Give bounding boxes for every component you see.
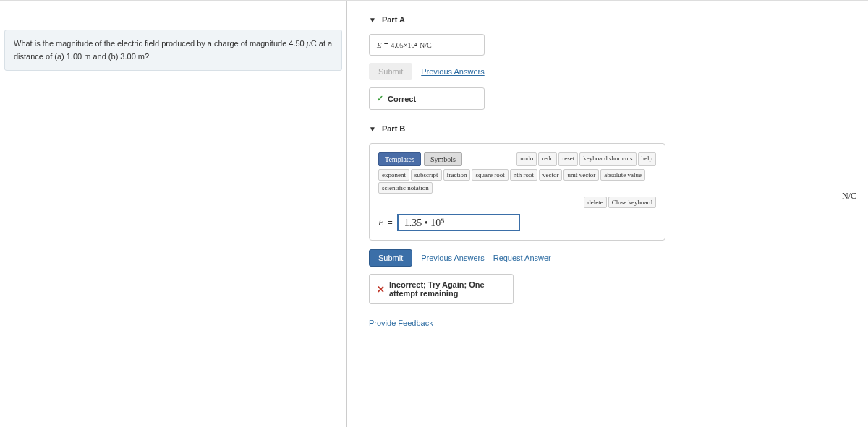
incorrect-status: ✕ Incorrect; Try Again; One attempt rema… <box>369 274 514 304</box>
left-panel: What is the magnitude of the electric fi… <box>0 1 347 427</box>
unit-label: N/C <box>842 191 862 202</box>
editor-tabs-row: Templates Symbols undo redo reset keyboa… <box>378 152 656 166</box>
right-panel: ▼ Part A E = 4.05×10⁴ N/C Submit Previou… <box>347 1 868 427</box>
input-row: E = 1.35 • 10⁵ <box>378 214 656 231</box>
undo-button[interactable]: undo <box>516 152 537 166</box>
correct-label: Correct <box>388 95 416 103</box>
part-a: ▼ Part A E = 4.05×10⁴ N/C Submit Previou… <box>369 15 862 110</box>
close-row: delete Close keyboard <box>378 197 656 208</box>
part-a-header[interactable]: ▼ Part A <box>369 15 862 24</box>
vector-tool[interactable]: vector <box>539 169 563 181</box>
cross-icon: ✕ <box>377 284 385 295</box>
question-text: What is the magnitude of the electric fi… <box>4 30 342 71</box>
delete-button[interactable]: delete <box>584 197 607 208</box>
part-b-header[interactable]: ▼ Part B <box>369 124 862 133</box>
exponent-tool[interactable]: exponent <box>378 169 409 181</box>
incorrect-label: Incorrect; Try Again; One attempt remain… <box>389 280 506 298</box>
templates-tab[interactable]: Templates <box>378 152 421 166</box>
help-button[interactable]: help <box>638 152 657 166</box>
reset-button[interactable]: reset <box>558 152 578 166</box>
subscript-tool[interactable]: subscript <box>411 169 442 181</box>
equation-editor: Templates Symbols undo redo reset keyboa… <box>369 143 665 241</box>
provide-feedback-row: Provide Feedback <box>369 319 862 327</box>
main-container: What is the magnitude of the electric fi… <box>0 0 868 427</box>
template-tools-row: exponent subscript fraction square root … <box>378 169 656 194</box>
unit-vector-tool[interactable]: unit vector <box>563 169 599 181</box>
submit-button-a: Submit <box>369 63 412 80</box>
part-b: ▼ Part B Templates Symbols undo redo res… <box>369 124 862 304</box>
previous-answers-link-b[interactable]: Previous Answers <box>421 254 484 262</box>
part-b-title: Part B <box>382 124 405 133</box>
part-b-actions: Submit Previous Answers Request Answer <box>369 249 862 267</box>
keyboard-shortcuts-button[interactable]: keyboard shortcuts <box>579 152 636 166</box>
part-a-actions: Submit Previous Answers <box>369 63 862 80</box>
nth-root-tool[interactable]: nth root <box>510 169 537 181</box>
absolute-value-tool[interactable]: absolute value <box>600 169 645 181</box>
square-root-tool[interactable]: square root <box>472 169 508 181</box>
fraction-tool[interactable]: fraction <box>443 169 471 181</box>
symbols-tab[interactable]: Symbols <box>424 152 462 166</box>
scientific-notation-tool[interactable]: scientific notation <box>378 182 433 194</box>
previous-answers-link-a[interactable]: Previous Answers <box>421 67 484 76</box>
provide-feedback-link[interactable]: Provide Feedback <box>369 319 433 327</box>
redo-button[interactable]: redo <box>538 152 557 166</box>
chevron-down-icon: ▼ <box>369 16 376 24</box>
submit-button-b[interactable]: Submit <box>369 249 412 267</box>
request-answer-link[interactable]: Request Answer <box>493 254 551 262</box>
part-a-answer: E = 4.05×10⁴ N/C <box>369 34 485 56</box>
close-keyboard-button[interactable]: Close keyboard <box>608 197 656 208</box>
answer-input[interactable]: 1.35 • 10⁵ <box>397 214 520 231</box>
part-a-title: Part A <box>382 15 405 24</box>
check-icon: ✓ <box>377 94 383 103</box>
correct-status: ✓ Correct <box>369 87 485 110</box>
chevron-down-icon: ▼ <box>369 125 376 133</box>
